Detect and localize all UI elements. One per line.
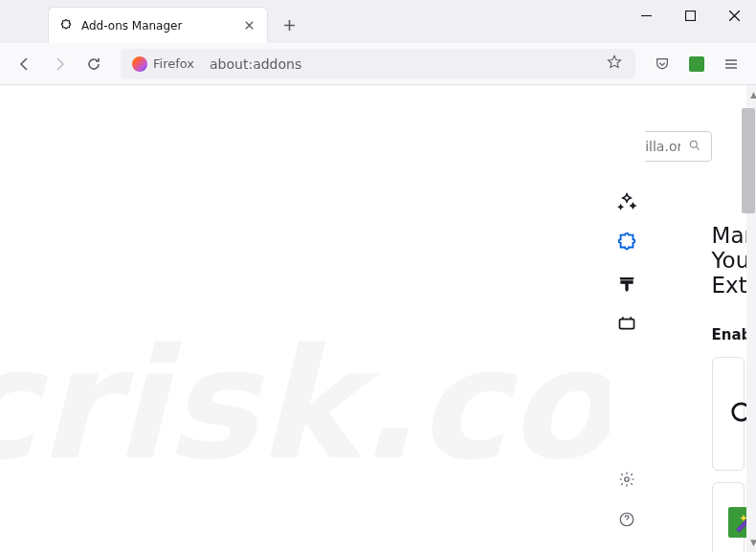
extension-card[interactable]: Template Search This add-on requests per… bbox=[712, 482, 745, 552]
help-icon[interactable] bbox=[613, 506, 640, 533]
themes-icon[interactable] bbox=[613, 269, 640, 296]
pinned-extension-icon[interactable] bbox=[681, 49, 712, 79]
addons-search-box[interactable] bbox=[645, 131, 712, 162]
url-bar[interactable]: Firefox about:addons bbox=[121, 49, 635, 79]
magnifier-icon bbox=[728, 399, 746, 430]
browser-tab[interactable]: Add-ons Manager bbox=[48, 7, 268, 43]
back-button[interactable] bbox=[10, 49, 40, 79]
maximize-button[interactable] bbox=[668, 0, 712, 31]
forward-button[interactable] bbox=[44, 49, 75, 79]
extensions-icon[interactable] bbox=[613, 229, 640, 255]
scroll-down-icon[interactable]: ▼ bbox=[746, 535, 756, 550]
svg-point-4 bbox=[690, 141, 697, 147]
pocket-icon[interactable] bbox=[647, 49, 678, 79]
svg-rect-1 bbox=[620, 320, 634, 329]
settings-icon[interactable] bbox=[613, 466, 640, 493]
bookmark-star-icon[interactable] bbox=[603, 51, 626, 77]
identity-label: Firefox bbox=[153, 56, 194, 71]
app-menu-button[interactable] bbox=[716, 49, 746, 79]
browser-toolbar: Firefox about:addons bbox=[0, 43, 756, 85]
extension-card[interactable]: Freshy Newtab and Search This add-on req… bbox=[712, 357, 745, 471]
window-controls bbox=[624, 0, 756, 31]
svg-point-6 bbox=[732, 403, 745, 420]
recommendations-icon[interactable] bbox=[613, 188, 640, 215]
template-search-icon bbox=[728, 507, 746, 538]
close-window-button[interactable] bbox=[712, 0, 756, 31]
page-title: Manage Your Extensions bbox=[712, 223, 746, 298]
scroll-up-icon[interactable]: ▲ bbox=[746, 87, 756, 102]
url-text: about:addons bbox=[210, 56, 595, 72]
puzzle-icon bbox=[58, 18, 74, 33]
firefox-icon bbox=[132, 56, 147, 72]
identity-box[interactable]: Firefox bbox=[130, 55, 202, 74]
search-icon bbox=[688, 138, 701, 156]
new-tab-button[interactable] bbox=[274, 10, 304, 40]
scrollbar-thumb[interactable] bbox=[742, 108, 755, 213]
addons-main: Find more add-ons Manage Your Extensions… bbox=[645, 85, 746, 552]
reload-button[interactable] bbox=[78, 49, 109, 79]
close-tab-button[interactable] bbox=[240, 17, 257, 34]
addons-sidebar bbox=[610, 85, 645, 552]
plugins-icon[interactable] bbox=[613, 309, 640, 336]
svg-point-2 bbox=[625, 477, 630, 482]
watermark: pcrisk.com bbox=[0, 170, 610, 552]
minimize-button[interactable] bbox=[624, 0, 668, 31]
vertical-scrollbar[interactable]: ▲ ▼ bbox=[746, 85, 756, 552]
title-bar: Add-ons Manager bbox=[0, 0, 756, 43]
addons-search-input[interactable] bbox=[645, 139, 680, 154]
svg-rect-0 bbox=[685, 11, 695, 20]
tab-title: Add-ons Manager bbox=[81, 19, 233, 33]
